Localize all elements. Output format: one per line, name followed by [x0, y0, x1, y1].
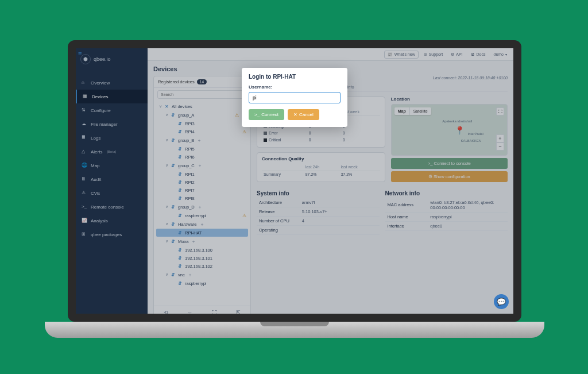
chat-icon[interactable]: 💬 [494, 294, 509, 309]
modal-title: Login to RPI-HAT [249, 74, 341, 80]
username-input[interactable] [249, 92, 341, 103]
username-label: Username: [249, 84, 341, 90]
login-modal: Login to RPI-HAT Username: >_ Connect ✕ … [242, 68, 347, 127]
laptop-base [45, 322, 544, 338]
modal-connect-button[interactable]: >_ Connect [249, 109, 284, 120]
modal-cancel-button[interactable]: ✕ Cancel [288, 109, 319, 120]
laptop-screen: ⬢ qbee.io ⌂Overview▦Devices⇅Configure☁Fi… [68, 40, 521, 322]
